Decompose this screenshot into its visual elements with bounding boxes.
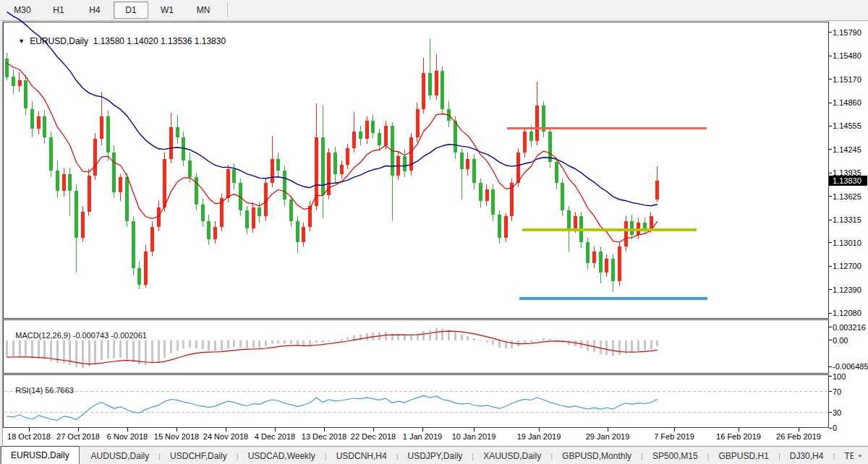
tab-tech100-h[interactable]: TECH100,H <box>835 447 854 464</box>
svg-text:1.12390: 1.12390 <box>833 285 861 294</box>
svg-text:1.14245: 1.14245 <box>833 145 861 154</box>
svg-text:1.13010: 1.13010 <box>833 239 861 247</box>
svg-text:1.13830: 1.13830 <box>833 176 861 185</box>
mt4-terminal: M30H1H4D1W1MN 1.157901.154801.151701.148… <box>0 0 868 464</box>
macd-name: MACD(12,26,9) <box>15 331 70 340</box>
tab-gbpusd-monthly[interactable]: GBPUSD,Monthly <box>553 447 641 464</box>
svg-text:1.15790: 1.15790 <box>833 28 861 37</box>
svg-text:70: 70 <box>833 387 841 396</box>
tab-scroll-left-icon[interactable]: ◄ <box>854 451 865 460</box>
chart-dropdown-icon[interactable]: ▼ <box>18 38 25 45</box>
macd-main-value: -0.000743 <box>73 331 109 340</box>
svg-text:19 Jan 2019: 19 Jan 2019 <box>517 432 561 441</box>
svg-text:1.15480: 1.15480 <box>833 51 861 60</box>
tab-usdchf-daily[interactable]: USDCHF,Daily <box>161 447 237 464</box>
svg-text:-0.006485: -0.006485 <box>833 362 868 371</box>
chart-symbol-label: EURUSD,Daily <box>30 36 88 46</box>
tab-sp500-m15[interactable]: SP500,M15 <box>643 447 707 464</box>
svg-text:1.14860: 1.14860 <box>833 98 861 107</box>
svg-text:22 Dec 2018: 22 Dec 2018 <box>351 432 396 441</box>
macd-signal-value: -0.002061 <box>111 331 147 340</box>
tab-dj30-h4[interactable]: DJ30,H4 <box>780 447 833 464</box>
svg-text:29 Jan 2019: 29 Jan 2019 <box>586 432 630 441</box>
svg-text:0.003216: 0.003216 <box>833 323 866 332</box>
rsi-name: RSI(14) <box>15 386 43 395</box>
chart-ohlc-values: 1.13580 1.14020 1.13536 1.13830 <box>93 36 226 46</box>
svg-text:15 Nov 2018: 15 Nov 2018 <box>154 432 199 441</box>
chart-canvas: 1.157901.154801.151701.148601.145551.142… <box>0 0 868 464</box>
rsi-indicator-label: RSI(14) 56.7663 <box>7 377 74 403</box>
current-price-tag: 1.13830 <box>829 176 867 186</box>
svg-text:1.13625: 1.13625 <box>833 192 861 201</box>
tab-scroll-arrows: ◄► <box>854 447 868 464</box>
tab-usdcnh-h4[interactable]: USDCNH,H4 <box>327 447 396 464</box>
svg-text:0: 0 <box>833 424 837 432</box>
svg-text:1.12700: 1.12700 <box>833 262 861 270</box>
svg-text:1.12080: 1.12080 <box>833 309 861 317</box>
symbol-tabbar: EURUSD,Daily|AUDUSD,Daily|USDCHF,Daily|U… <box>0 446 868 464</box>
svg-text:18 Oct 2018: 18 Oct 2018 <box>7 432 51 441</box>
svg-text:10 Jan 2019: 10 Jan 2019 <box>452 432 496 441</box>
tab-scroll-right-icon[interactable]: ► <box>865 451 868 460</box>
svg-text:7 Feb 2019: 7 Feb 2019 <box>654 432 694 441</box>
svg-text:16 Feb 2019: 16 Feb 2019 <box>716 432 761 441</box>
tab-usdjpy-daily[interactable]: USDJPY,Daily <box>399 447 472 464</box>
svg-text:1.15170: 1.15170 <box>833 75 861 84</box>
svg-text:1.13315: 1.13315 <box>833 215 861 224</box>
svg-text:30: 30 <box>833 408 841 417</box>
tab-xauusd-daily[interactable]: XAUUSD,Daily <box>474 447 550 464</box>
svg-text:4 Dec 2018: 4 Dec 2018 <box>255 432 295 441</box>
svg-text:100: 100 <box>833 372 846 381</box>
svg-text:26 Feb 2019: 26 Feb 2019 <box>776 432 821 441</box>
svg-text:27 Oct 2018: 27 Oct 2018 <box>56 432 100 441</box>
svg-text:1.14555: 1.14555 <box>833 121 861 130</box>
rsi-value: 56.7663 <box>45 386 74 395</box>
svg-text:24 Nov 2018: 24 Nov 2018 <box>203 432 248 441</box>
tab-gbpusd-h1[interactable]: GBPUSD,H1 <box>710 447 778 464</box>
macd-indicator-label: MACD(12,26,9) -0.000743 -0.002061 <box>7 322 147 348</box>
tab-eurusd-daily[interactable]: EURUSD,Daily <box>1 446 80 464</box>
tab-usdcad-weekly[interactable]: USDCAD,Weekly <box>239 447 325 464</box>
tab-audusd-daily[interactable]: AUDUSD,Daily <box>82 447 159 464</box>
svg-text:1 Jan 2019: 1 Jan 2019 <box>403 432 442 441</box>
chart-title: ▼EURUSD,Daily 1.13580 1.14020 1.13536 1.… <box>9 26 226 56</box>
svg-text:6 Nov 2018: 6 Nov 2018 <box>107 432 148 441</box>
svg-text:13 Dec 2018: 13 Dec 2018 <box>302 432 346 441</box>
svg-text:0.00: 0.00 <box>833 336 848 345</box>
